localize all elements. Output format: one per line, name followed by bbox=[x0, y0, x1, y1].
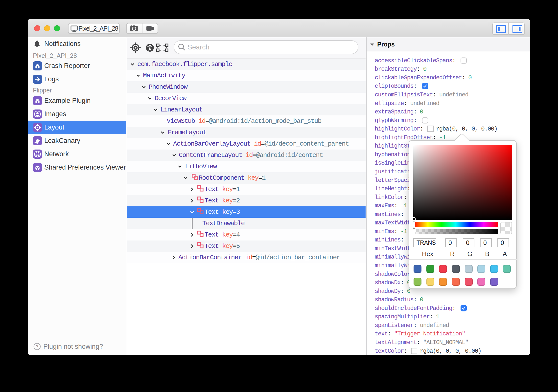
svg-text:?: ? bbox=[36, 344, 38, 349]
